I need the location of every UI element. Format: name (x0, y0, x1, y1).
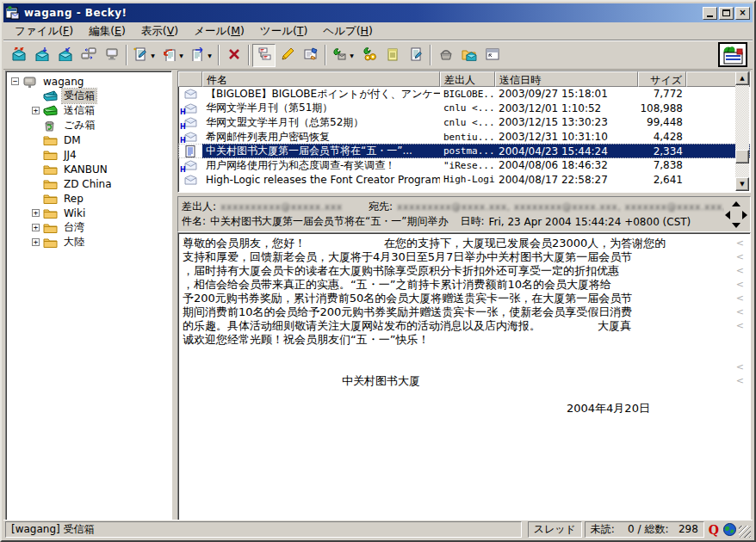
tree-item-DM[interactable]: DM (6, 132, 171, 147)
message-date: 2003/09/27 15:18:01 (495, 87, 638, 102)
address-book-button[interactable] (299, 44, 322, 67)
collect-mail-button[interactable] (53, 44, 77, 67)
nav-down-icon[interactable] (732, 223, 741, 228)
dropdown-arrow-icon[interactable]: ▼ (177, 45, 185, 66)
dropdown-arrow-icon[interactable]: ▼ (149, 45, 157, 66)
body-line (183, 388, 748, 402)
expand-icon[interactable]: + (32, 224, 40, 231)
thread-toggle[interactable]: スレッド (528, 521, 582, 538)
tree-item-大陸[interactable]: +大陸 (6, 235, 171, 249)
message-row[interactable]: High-Logic releases the Font Creator Pro… (178, 173, 750, 188)
scroll-up-icon[interactable]: ▲ (735, 71, 749, 85)
message-size: 99,448 (638, 115, 686, 130)
close-button[interactable]: × (735, 7, 750, 20)
minimize-button[interactable] (703, 7, 717, 20)
compose-icon (132, 47, 149, 64)
thread-view-button[interactable] (252, 44, 276, 67)
expand-icon[interactable]: + (32, 238, 40, 246)
reply-button[interactable]: ▼ (158, 44, 187, 67)
message-row[interactable]: H华网文学半月刊（第51期）cnlu <...2003/12/01 1:10:5… (178, 102, 750, 116)
menu-item-v[interactable]: 表示(V) (133, 22, 186, 40)
body-line: 中关村图书大厦< (183, 374, 748, 388)
menu-item-h[interactable]: ヘルプ(H) (315, 22, 381, 40)
column-size[interactable]: サイズ (638, 71, 686, 87)
tree-item-label: 大陸 (62, 235, 86, 249)
check-mail-button[interactable] (7, 44, 30, 67)
edit-button[interactable] (276, 44, 299, 67)
tools-button[interactable]: ▼ (329, 44, 357, 67)
tree-item-Wiki[interactable]: +Wiki (6, 206, 171, 220)
column-date[interactable]: 送信日時 (495, 71, 638, 87)
column-subject[interactable]: 件名 (202, 71, 440, 87)
to-value-redacted: xxxxxxxxx@xxxx.xxx, xxxxxxxx@xxxx.xxx, x… (397, 201, 724, 212)
tree-item-台湾[interactable]: +台湾 (6, 220, 171, 235)
subject-label: 件名: (182, 214, 206, 229)
message-date: 2004/04/23 15:44:24 (495, 144, 638, 158)
tree-item-label: ごみ箱 (62, 118, 97, 132)
nav-up-icon[interactable] (732, 201, 741, 206)
dropdown-arrow-icon[interactable]: ▼ (206, 45, 214, 66)
delete-button[interactable] (222, 44, 245, 67)
layout-button[interactable] (480, 44, 504, 67)
to-label: 宛先: (369, 200, 393, 214)
receive-mail-button[interactable] (30, 44, 53, 67)
plugin-settings-button[interactable] (357, 44, 381, 67)
message-subject: 华网文学半月刊（第51期） (202, 102, 440, 116)
resize-grip[interactable] (739, 526, 751, 538)
column-icon[interactable] (178, 71, 202, 87)
mailbox-root-icon (22, 76, 38, 88)
tree-item-ごみ箱[interactable]: ごみ箱 (6, 118, 171, 132)
template-button[interactable] (404, 44, 427, 67)
nav-right-icon[interactable] (742, 211, 747, 219)
toolbar-separator (218, 45, 220, 65)
tree-item-ZD China[interactable]: ZD China (6, 176, 171, 191)
folder-mail-button[interactable] (457, 44, 480, 67)
tree-item-Rep[interactable]: Rep (6, 191, 171, 206)
list-scrollbar[interactable]: ▲ ▼ (735, 71, 749, 191)
message-body: 尊敬的会员朋友，您好！ 在您的支持下，大厦现已发展会员23000人，为答谢您的<… (177, 232, 751, 521)
message-subject: 希网邮件列表用户密码恢复 (202, 130, 440, 145)
tree-item-JJ4[interactable]: JJ4 (6, 147, 171, 162)
compose-button[interactable]: ▼ (130, 44, 158, 67)
expand-icon[interactable]: + (32, 107, 40, 114)
menu-item-m[interactable]: メール(M) (186, 22, 252, 40)
basket-button[interactable] (434, 44, 457, 67)
scroll-down-icon[interactable]: ▼ (735, 177, 749, 191)
nav-left-icon[interactable] (725, 211, 730, 219)
folder-icon (43, 222, 59, 234)
message-date: 2003/12/31 10:31:10 (495, 130, 638, 145)
tree-item-wagang[interactable]: −wagang (6, 74, 171, 89)
queue-indicator[interactable]: Q (707, 521, 721, 538)
scroll-thumb[interactable] (735, 150, 749, 163)
menu-item-t[interactable]: ツール(T) (252, 22, 316, 40)
message-subject: 用户网络使用行为和态度调查-有奖调查！ (202, 158, 440, 173)
toolbar-separator (248, 45, 250, 65)
tree-item-label: ZD China (62, 178, 114, 190)
message-row[interactable]: H华网文盟文学半月刊（总第52期）cnlu <...2003/12/15 13:… (178, 115, 750, 130)
message-size: 7,838 (638, 158, 686, 173)
from-label: 差出人: (182, 200, 216, 214)
notepad-button[interactable] (381, 44, 404, 67)
forward-button[interactable]: ▼ (187, 44, 215, 67)
maximize-button[interactable] (719, 7, 734, 20)
menu-item-e[interactable]: 編集(E) (81, 22, 133, 40)
tree-item-受信箱[interactable]: 受信箱 (6, 89, 171, 103)
server-connect-button[interactable] (100, 44, 123, 67)
menu-item-f[interactable]: ファイル(F) (7, 22, 81, 40)
column-sender[interactable]: 差出人 (440, 71, 495, 87)
tree-item-label: Wiki (62, 207, 87, 219)
tree-item-KANBUN[interactable]: KANBUN (6, 162, 171, 176)
message-row[interactable]: H希网邮件列表用户密码恢复bentiu...2003/12/31 10:31:1… (178, 130, 750, 145)
expand-icon[interactable]: + (32, 209, 40, 217)
tree-item-送信箱[interactable]: +送信箱 (6, 103, 171, 118)
message-row[interactable]: 中关村图书大厦第一届会员节将在“五・一”...postma...2004/04/… (178, 144, 750, 158)
remote-mailbox-button[interactable] (77, 44, 100, 67)
online-globe-icon[interactable] (723, 521, 736, 538)
dropdown-arrow-icon[interactable]: ▼ (348, 45, 356, 66)
column-filler (686, 71, 736, 87)
mail-icon (178, 87, 202, 102)
message-row[interactable]: H用户网络使用行为和态度调查-有奖调查！"iRese...2004/08/06 … (178, 158, 750, 173)
message-header-pane: 差出人: xxxxxxxxxx@xxxxx.xxx 宛先: xxxxxxxxx@… (177, 196, 751, 232)
collapse-icon[interactable]: − (11, 77, 19, 85)
message-row[interactable]: 【BIGLOBE】BIGLOBEポイントが付く、アンケートのお願いBIGLOBE… (178, 87, 750, 102)
